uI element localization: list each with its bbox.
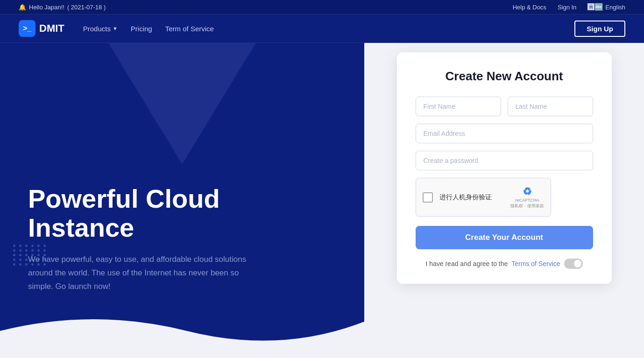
recaptcha-branding: ♻ reCAPTCHA 隐私权 - 使用条款 xyxy=(510,186,544,209)
triangle-decoration xyxy=(103,43,262,164)
password-group xyxy=(416,151,593,170)
chevron-down-icon: ▼ xyxy=(113,26,118,31)
recaptcha-widget[interactable]: 进行人机身份验证 ♻ reCAPTCHA 隐私权 - 使用条款 xyxy=(416,178,551,217)
right-section: Create New Account 进行人机身份验证 ♻ reCAPTCHA xyxy=(364,43,644,358)
hero-title: Powerful Cloud Instance xyxy=(28,184,336,242)
first-name-input[interactable] xyxy=(416,97,501,116)
signup-button[interactable]: Sign Up xyxy=(574,21,625,37)
hero-section: Powerful Cloud Instance We have powerful… xyxy=(0,43,364,358)
announcement-area: 🔔 Hello Japan!! ( 2021-07-18 ) xyxy=(19,4,106,11)
nav-pricing[interactable]: Pricing xyxy=(131,25,152,33)
logo-text: DMIT xyxy=(39,22,64,35)
recaptcha-label: 进行人机身份验证 xyxy=(439,193,504,202)
name-row xyxy=(416,97,593,116)
hero-title-line2: Instance xyxy=(28,213,134,242)
navbar: >_ DMIT Products ▼ Pricing Term of Servi… xyxy=(0,14,644,43)
recaptcha-brand-text: reCAPTCHA xyxy=(515,198,539,204)
announcement-date: ( 2021-07-18 ) xyxy=(67,4,106,11)
email-input[interactable] xyxy=(416,124,593,143)
main-content: Powerful Cloud Instance We have powerful… xyxy=(0,43,644,358)
logo-symbol: >_ xyxy=(23,24,31,33)
terms-row: I have read and agree to the Terms of Se… xyxy=(416,259,593,269)
top-bar: 🔔 Hello Japan!! ( 2021-07-18 ) Help & Do… xyxy=(0,0,644,14)
signup-form-card: Create New Account 进行人机身份验证 ♻ reCAPTCHA xyxy=(397,52,612,284)
navbar-left: >_ DMIT Products ▼ Pricing Term of Servi… xyxy=(19,20,214,37)
logo-icon: >_ xyxy=(19,20,35,37)
language-label: English xyxy=(605,4,625,11)
logo[interactable]: >_ DMIT xyxy=(19,20,64,37)
terms-of-service-link[interactable]: Terms of Service xyxy=(511,260,560,267)
hero-title-line1: Powerful Cloud xyxy=(28,184,220,213)
nav-products[interactable]: Products ▼ xyxy=(83,25,118,33)
password-input[interactable] xyxy=(416,151,593,170)
hero-subtitle: We have powerful, easy to use, and affor… xyxy=(28,253,262,294)
last-name-input[interactable] xyxy=(508,97,593,116)
nav-links: Products ▼ Pricing Term of Service xyxy=(83,25,214,33)
recaptcha-logo-icon: ♻ xyxy=(523,186,532,198)
recaptcha-links: 隐私权 - 使用条款 xyxy=(510,204,544,209)
top-bar-right: Help & Docs Sign In 🅰🔤 English xyxy=(513,3,625,11)
language-selector[interactable]: 🅰🔤 English xyxy=(587,3,625,11)
terms-toggle[interactable] xyxy=(564,259,583,269)
announcement-text: Hello Japan!! xyxy=(29,4,64,11)
email-group xyxy=(416,124,593,143)
bell-icon: 🔔 xyxy=(19,4,26,11)
form-title: Create New Account xyxy=(416,69,593,84)
nav-tos[interactable]: Term of Service xyxy=(165,25,214,33)
products-label: Products xyxy=(83,25,111,33)
create-account-button[interactable]: Create Your Account xyxy=(416,226,593,249)
signin-link[interactable]: Sign In xyxy=(558,4,576,11)
recaptcha-checkbox[interactable] xyxy=(423,192,433,203)
terms-prefix-text: I have read and agree to the xyxy=(425,260,508,267)
help-docs-link[interactable]: Help & Docs xyxy=(513,4,546,11)
translate-icon: 🅰🔤 xyxy=(587,3,603,11)
